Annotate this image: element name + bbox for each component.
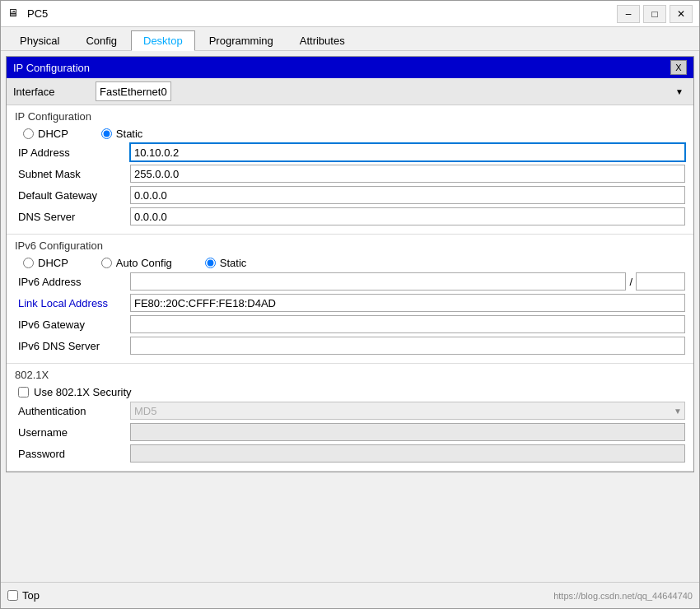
link-local-input[interactable]: [130, 294, 685, 312]
dns-server-row: DNS Server: [15, 207, 685, 225]
ipv6-dns-input[interactable]: [130, 337, 685, 355]
username-input[interactable]: [130, 423, 685, 441]
ipv6-address-row: IPv6 Address /: [15, 272, 685, 291]
ipv6-section-title: IPv6 Configuration: [15, 239, 685, 252]
ipv4-dhcp-radio[interactable]: [23, 128, 34, 139]
ipv6-address-input[interactable]: [130, 272, 626, 291]
interface-select-wrapper: FastEthernet0 ▼: [96, 81, 687, 101]
dns-server-label: DNS Server: [15, 211, 130, 223]
use-security-row: Use 802.1X Security: [15, 386, 685, 398]
tab-physical[interactable]: Physical: [7, 30, 72, 50]
window: 🖥 PC5 – □ ✕ Physical Config Desktop Prog…: [0, 0, 700, 609]
ipv4-section: IP Configuration DHCP Static IP Address: [7, 105, 693, 235]
title-bar: 🖥 PC5 – □ ✕: [1, 1, 699, 27]
tab-desktop[interactable]: Desktop: [131, 30, 195, 51]
ipv4-radio-row: DHCP Static: [15, 128, 685, 140]
link-local-row: Link Local Address: [15, 294, 685, 312]
ipv6-autoconfig-label: Auto Config: [116, 257, 172, 269]
ipv6-dhcp-radio[interactable]: [23, 258, 34, 268]
ipv6-static-radio[interactable]: [205, 258, 216, 268]
password-row: Password: [15, 444, 685, 463]
panel-header: IP Configuration X: [7, 57, 693, 78]
ipv6-autoconfig-radio-label[interactable]: Auto Config: [101, 257, 172, 269]
panel-close-button[interactable]: X: [670, 60, 687, 75]
app-icon: 🖥: [7, 7, 22, 21]
ipv6-gateway-input[interactable]: [130, 315, 685, 333]
ipv6-dns-label: IPv6 DNS Server: [15, 340, 130, 352]
subnet-mask-row: Subnet Mask: [15, 165, 685, 183]
ipv4-dhcp-radio-label[interactable]: DHCP: [23, 128, 68, 140]
top-checkbox[interactable]: [7, 590, 18, 601]
interface-label: Interface: [13, 86, 96, 98]
ipv6-section: IPv6 Configuration DHCP Auto Config Stat…: [7, 235, 693, 364]
ip-config-panel: IP Configuration X Interface FastEtherne…: [6, 56, 694, 472]
ipv4-dhcp-label: DHCP: [38, 128, 68, 140]
window-title: PC5: [27, 7, 48, 20]
ipv6-address-label: IPv6 Address: [15, 276, 130, 288]
dot1x-section: 802.1X Use 802.1X Security Authenticatio…: [7, 364, 693, 472]
window-close-button[interactable]: ✕: [670, 5, 693, 23]
use-security-label: Use 802.1X Security: [34, 386, 132, 398]
minimize-button[interactable]: –: [617, 5, 640, 23]
ipv6-radio-row: DHCP Auto Config Static: [15, 257, 685, 269]
authentication-select[interactable]: MD5: [130, 402, 685, 420]
ipv6-gateway-row: IPv6 Gateway: [15, 315, 685, 333]
username-row: Username: [15, 423, 685, 441]
ip-address-label: IP Address: [15, 146, 130, 159]
panel-title: IP Configuration: [13, 62, 90, 74]
interface-select-arrow: ▼: [675, 87, 684, 96]
interface-row: Interface FastEthernet0 ▼: [7, 78, 693, 105]
interface-select[interactable]: FastEthernet0: [96, 81, 171, 101]
tab-bar: Physical Config Desktop Programming Attr…: [1, 27, 699, 51]
watermark: https://blog.csdn.net/qq_44644740: [553, 591, 693, 601]
default-gateway-row: Default Gateway: [15, 186, 685, 204]
ipv4-static-label: Static: [116, 128, 143, 140]
link-local-label: Link Local Address: [15, 297, 130, 309]
ipv6-static-label: Static: [220, 257, 247, 269]
authentication-select-wrapper: MD5 ▼: [130, 402, 685, 420]
bottom-checkbox-row: Top: [7, 589, 40, 602]
ipv6-dhcp-label: DHCP: [38, 257, 68, 269]
bottom-bar: Top https://blog.csdn.net/qq_44644740: [1, 582, 699, 608]
ipv4-section-title: IP Configuration: [15, 110, 685, 123]
ip-address-input[interactable]: [130, 143, 685, 161]
ipv4-static-radio-label[interactable]: Static: [101, 128, 143, 140]
ipv4-static-radio[interactable]: [101, 128, 112, 139]
maximize-button[interactable]: □: [643, 5, 666, 23]
authentication-row: Authentication MD5 ▼: [15, 402, 685, 420]
ipv6-static-radio-label[interactable]: Static: [205, 257, 247, 269]
dot1x-section-title: 802.1X: [15, 369, 685, 381]
ipv6-slash: /: [626, 276, 636, 288]
ipv6-prefix-input[interactable]: [636, 272, 685, 291]
tab-attributes[interactable]: Attributes: [287, 30, 357, 50]
title-bar-left: 🖥 PC5: [7, 7, 48, 21]
password-label: Password: [15, 448, 130, 460]
default-gateway-input[interactable]: [130, 186, 685, 204]
ipv6-autoconfig-radio[interactable]: [101, 258, 112, 268]
ip-address-row: IP Address: [15, 143, 685, 161]
password-input[interactable]: [130, 444, 685, 463]
top-label: Top: [22, 589, 40, 602]
ipv6-gateway-label: IPv6 Gateway: [15, 318, 130, 331]
authentication-label: Authentication: [15, 405, 130, 417]
default-gateway-label: Default Gateway: [15, 189, 130, 202]
title-buttons: – □ ✕: [617, 5, 693, 23]
tab-config[interactable]: Config: [73, 30, 129, 50]
content-area: IP Configuration X Interface FastEtherne…: [1, 51, 699, 582]
username-label: Username: [15, 426, 130, 439]
dns-server-input[interactable]: [130, 207, 685, 225]
use-security-checkbox[interactable]: [18, 387, 29, 397]
subnet-mask-label: Subnet Mask: [15, 168, 130, 180]
ipv6-dns-row: IPv6 DNS Server: [15, 337, 685, 355]
subnet-mask-input[interactable]: [130, 165, 685, 183]
ipv6-dhcp-radio-label[interactable]: DHCP: [23, 257, 68, 269]
tab-programming[interactable]: Programming: [197, 30, 286, 50]
